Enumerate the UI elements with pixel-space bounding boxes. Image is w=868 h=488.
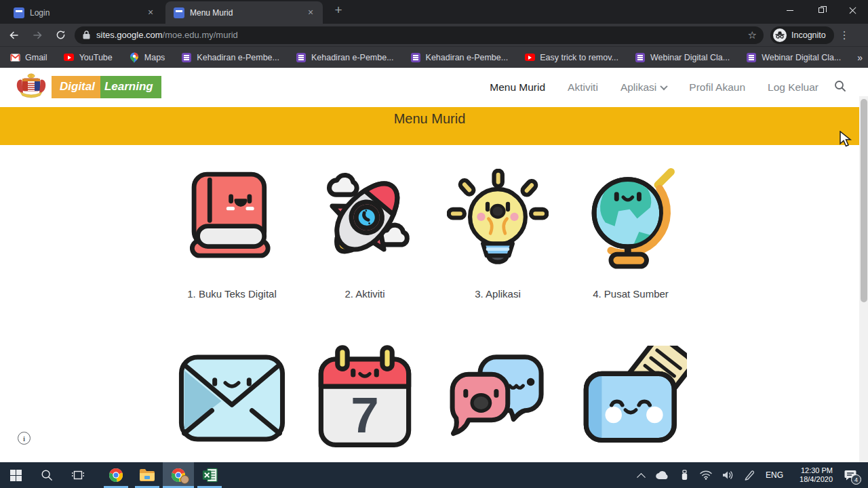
screen: Login × Menu Murid × + sites.google.com/… (0, 0, 868, 488)
close-button[interactable] (837, 0, 868, 20)
language-indicator[interactable]: ENG (762, 470, 787, 480)
task-view-button[interactable] (62, 462, 94, 488)
start-button[interactable] (0, 462, 31, 488)
refresh-button[interactable] (52, 26, 69, 44)
tab-login[interactable]: Login × (5, 1, 163, 24)
minimize-button[interactable] (774, 0, 806, 20)
speaker-icon (722, 470, 734, 480)
menu-item-aktiviti[interactable]: 2. Aktiviti (298, 163, 431, 302)
nav-menu-murid[interactable]: Menu Murid (490, 81, 545, 94)
forward-button[interactable] (28, 26, 46, 44)
bookmark-kehadiran-2[interactable]: Kehadiran e-Pembe... (296, 52, 394, 63)
menu-item-label: 4. Pusat Sumber (593, 288, 669, 302)
menu-item-calendar[interactable]: 7 (298, 340, 431, 454)
taskbar: ENG 12:30 PM 18/4/2020 4 (0, 462, 868, 488)
menu-item-envelope[interactable] (165, 340, 298, 454)
clock-date: 18/4/2020 (791, 475, 833, 484)
windows-ink-tray-icon[interactable] (741, 462, 758, 488)
menu-grid: 1. Buku Teks Digital (165, 163, 697, 454)
restore-button[interactable] (806, 0, 837, 20)
tab-close-icon[interactable]: × (145, 7, 156, 18)
usb-device-icon (682, 470, 688, 481)
bookmark-youtube[interactable]: YouTube (64, 52, 113, 63)
google-forms-icon (410, 52, 421, 63)
bookmark-easy-trick[interactable]: Easy trick to remov... (524, 52, 618, 63)
forward-icon (32, 30, 43, 41)
url-domain: sites.google.com (96, 30, 163, 40)
menu-item-buku-teks[interactable]: 1. Buku Teks Digital (165, 163, 298, 302)
page-scrollbar[interactable] (859, 96, 868, 462)
new-tab-button[interactable]: + (330, 2, 347, 20)
bookmark-label: YouTube (79, 53, 113, 62)
taskbar-chrome-profile-button[interactable] (163, 462, 194, 488)
site-info-button[interactable]: i (18, 432, 31, 445)
page-title: Menu Murid (0, 107, 859, 127)
taskbar-excel-button[interactable] (194, 462, 225, 488)
incognito-badge: Incognito (770, 26, 834, 44)
pen-icon (744, 470, 755, 481)
brand-badge: Digital Learning (52, 76, 161, 98)
address-bar[interactable]: sites.google.com/moe.edu.my/murid ☆ (75, 26, 764, 44)
nav-aplikasi[interactable]: Aplikasi (620, 81, 667, 94)
bookmark-maps[interactable]: Maps (129, 52, 165, 63)
taskbar-explorer-button[interactable] (132, 462, 163, 488)
bookmarks-overflow-icon[interactable]: » (857, 52, 863, 63)
incognito-spy-icon (773, 28, 787, 42)
browser-menu-icon[interactable]: ⋮ (840, 29, 850, 41)
site-header: Digital Learning Menu Murid Aktiviti Apl… (0, 68, 859, 107)
google-forms-icon (181, 52, 192, 63)
cloud-icon (656, 471, 669, 480)
rocket-icon (312, 163, 418, 277)
restore-icon (818, 7, 824, 13)
usb-tray-icon[interactable] (675, 462, 693, 488)
menu-item-label: 2. Aktiviti (344, 288, 384, 302)
wifi-tray-icon[interactable] (697, 462, 715, 488)
notification-count-badge: 4 (851, 474, 861, 485)
search-icon (833, 79, 847, 93)
menu-item-wallet[interactable] (564, 340, 697, 454)
action-center-button[interactable]: 4 (837, 462, 864, 488)
menu-item-aplikasi[interactable]: 3. Aplikasi (431, 163, 564, 302)
site-search-button[interactable] (833, 79, 847, 96)
nav-aktiviti[interactable]: Aktiviti (568, 81, 598, 94)
browser-toolbar: sites.google.com/moe.edu.my/murid ☆ Inco… (0, 24, 868, 46)
site-logo[interactable]: Digital Learning (14, 72, 161, 102)
scrollbar-thumb[interactable] (861, 99, 867, 302)
menu-item-chat[interactable] (431, 340, 564, 454)
calendar-icon: 7 (311, 340, 418, 454)
bookmark-kehadiran-1[interactable]: Kehadiran e-Pembe... (181, 52, 279, 63)
bookmark-webinar-1[interactable]: Webinar Digital Cla... (635, 52, 730, 63)
page-banner: Menu Murid (0, 107, 859, 145)
nav-aplikasi-label: Aplikasi (620, 81, 656, 94)
nav-profil-akaun[interactable]: Profil Akaun (689, 81, 745, 94)
bookmark-label: Kehadiran e-Pembe... (311, 53, 394, 62)
bookmarks-bar: Gmail YouTube Maps Kehadiran e-Pembe... … (0, 46, 868, 68)
bookmark-label: Maps (144, 53, 165, 62)
tab-close-icon[interactable]: × (305, 7, 316, 18)
windows-icon (10, 470, 22, 481)
bookmark-star-icon[interactable]: ☆ (748, 29, 757, 41)
tray-expand-button[interactable] (632, 462, 650, 488)
volume-tray-icon[interactable] (719, 462, 736, 488)
book-icon (181, 163, 283, 277)
wallet-icon (574, 340, 687, 454)
back-button[interactable] (5, 26, 23, 44)
nav-log-keluar[interactable]: Log Keluar (768, 81, 818, 94)
bookmark-webinar-2[interactable]: Webinar Digital Cla... (746, 52, 841, 63)
bookmark-label: Kehadiran e-Pembe... (426, 53, 509, 62)
clock-time: 12:30 PM (791, 466, 833, 475)
chevron-up-icon (637, 472, 646, 481)
menu-item-label: 3. Aplikasi (475, 288, 521, 302)
bookmark-kehadiran-3[interactable]: Kehadiran e-Pembe... (410, 52, 509, 63)
taskbar-search-button[interactable] (31, 462, 62, 488)
clock[interactable]: 12:30 PM 18/4/2020 (791, 466, 833, 484)
tab-menu-murid[interactable]: Menu Murid × (165, 1, 323, 24)
envelope-icon (176, 340, 288, 454)
onedrive-tray-icon[interactable] (654, 462, 671, 488)
menu-item-pusat-sumber[interactable]: 4. Pusat Sumber (564, 163, 697, 302)
system-tray: ENG 12:30 PM 18/4/2020 4 (632, 462, 868, 488)
taskbar-chrome-button[interactable] (100, 462, 132, 488)
bookmark-gmail[interactable]: Gmail (9, 52, 47, 63)
search-icon (41, 469, 53, 481)
site-nav: Menu Murid Aktiviti Aplikasi Profil Akau… (490, 68, 818, 107)
